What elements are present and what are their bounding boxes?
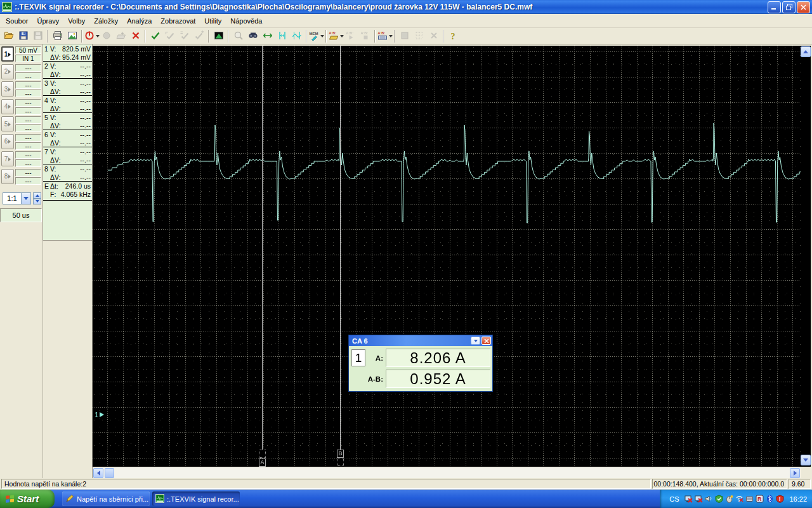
- language-indicator[interactable]: CS: [666, 494, 682, 504]
- waveform-canvas[interactable]: [93, 46, 801, 467]
- measure-window-close-button[interactable]: [481, 337, 491, 345]
- network-offline-1-icon[interactable]: [684, 495, 693, 504]
- help-button[interactable]: ?: [446, 29, 461, 43]
- memory-edit-button[interactable]: MEM: [309, 29, 324, 43]
- zoom-ratio-dropdown[interactable]: [22, 192, 31, 204]
- channel-2-range[interactable]: ---: [15, 64, 41, 72]
- channel-1-range[interactable]: 50 mV: [15, 46, 41, 54]
- menu-utility[interactable]: Utility: [200, 15, 226, 27]
- scroll-up-button[interactable]: [801, 46, 811, 57]
- cursor-a-label[interactable]: A: [259, 458, 266, 467]
- channel-7-range[interactable]: ---: [15, 151, 41, 159]
- channel-4-button[interactable]: 4: [1, 99, 14, 114]
- menu-analyza[interactable]: Analýza: [122, 15, 156, 27]
- ab-keyboard-button[interactable]: A:B:: [377, 29, 392, 43]
- cursor-a-line[interactable]: [262, 46, 263, 450]
- accept-button[interactable]: [148, 29, 162, 43]
- channel-6-input[interactable]: ---: [15, 142, 41, 150]
- delete-record-button[interactable]: [128, 29, 143, 43]
- channel-8-range[interactable]: ---: [15, 169, 41, 177]
- antivirus-icon[interactable]: [714, 495, 723, 504]
- stop-measurement-button[interactable]: [84, 29, 99, 43]
- zoom-ratio-value[interactable]: 1:1: [3, 192, 22, 204]
- menu-soubor[interactable]: Soubor: [1, 15, 32, 27]
- dv-value: --.--: [61, 105, 91, 113]
- menu-zalozky[interactable]: Záložky: [89, 15, 122, 27]
- ab-open-button[interactable]: A:B:: [329, 29, 343, 43]
- channel-3-input[interactable]: ---: [15, 90, 41, 97]
- network-offline-2-icon[interactable]: [694, 495, 703, 504]
- export-graph-button[interactable]: [65, 29, 79, 43]
- channel-6-range[interactable]: ---: [15, 134, 41, 142]
- volume-icon[interactable]: [704, 495, 713, 504]
- save-file-button[interactable]: [16, 29, 30, 43]
- channel-2-button[interactable]: 2: [1, 64, 14, 79]
- channel-1-button[interactable]: 1: [1, 46, 14, 62]
- marker-arrow-icon: [100, 412, 104, 417]
- channel-4-input[interactable]: ---: [15, 107, 41, 115]
- vertical-scrollbar[interactable]: [801, 46, 811, 467]
- channel-8-input[interactable]: ---: [15, 177, 41, 185]
- app-icon: [155, 494, 164, 504]
- open-file-button[interactable]: [1, 29, 16, 43]
- security-alert-icon[interactable]: !: [775, 495, 784, 504]
- status-time: Čas celkem: 00:00:00:148.400, Aktuální č…: [652, 479, 787, 489]
- title-bar[interactable]: :.TEXVIK signal recorder - C:\Documents …: [0, 0, 812, 14]
- menu-upravy[interactable]: Úpravy: [32, 15, 63, 27]
- menu-volby[interactable]: Volby: [63, 15, 89, 27]
- close-button[interactable]: [797, 1, 810, 13]
- channel-4-range[interactable]: ---: [15, 99, 41, 107]
- ab-keyboard-icon: A:B:: [377, 30, 388, 42]
- audio-manager-icon[interactable]: R: [755, 495, 764, 504]
- cursor-b[interactable]: B: [337, 46, 344, 467]
- fit-screen-button[interactable]: [260, 29, 275, 43]
- channel-5-input[interactable]: ---: [15, 124, 41, 132]
- cursor-b-label[interactable]: B: [337, 450, 344, 458]
- menu-zobrazovat[interactable]: Zobrazovat: [156, 15, 200, 27]
- start-button[interactable]: Start: [0, 490, 55, 508]
- cursor-a[interactable]: A: [259, 46, 266, 467]
- channel-1-zero-marker[interactable]: 1: [95, 411, 104, 418]
- channel-7-button[interactable]: 7: [1, 151, 14, 166]
- channel-2-input[interactable]: ---: [15, 72, 41, 80]
- invert-display-button[interactable]: [211, 29, 226, 43]
- channel-3-range[interactable]: ---: [15, 81, 41, 89]
- menu-napoveda[interactable]: Nápověda: [226, 15, 266, 27]
- wireless-offline-icon[interactable]: [735, 495, 743, 504]
- channel-5-button[interactable]: 5: [1, 116, 14, 131]
- dv-value: --.--: [61, 88, 91, 96]
- spinner-up-button[interactable]: [33, 192, 41, 199]
- channel-6-button[interactable]: 6: [1, 134, 14, 149]
- channel-1-input[interactable]: IN 1: [15, 55, 41, 62]
- channel-7-input[interactable]: ---: [15, 159, 41, 167]
- scroll-left-button[interactable]: [93, 468, 103, 478]
- current-measure-window[interactable]: CA 6 1A:8.206 AA-B:0.952 A: [348, 335, 493, 392]
- horizontal-scrollbar[interactable]: [93, 467, 801, 478]
- level-cursors-button[interactable]: [289, 29, 304, 43]
- task-napeti-na-sbernici-pri-[interactable]: Napětí na sběrnici při...: [62, 491, 150, 506]
- channel-3-button[interactable]: 3: [1, 81, 14, 97]
- restore-button[interactable]: [782, 1, 796, 13]
- bluetooth-icon[interactable]: [765, 495, 774, 504]
- task--texvik-signal-recor-[interactable]: :.TEXVIK signal recor...: [152, 491, 240, 506]
- channel-3-measure: 3V:--.--ΔV:--.--: [43, 79, 92, 96]
- measure-window-dropdown-button[interactable]: [471, 337, 480, 345]
- scrollbar-thumb[interactable]: [105, 468, 114, 478]
- time-cursors-button[interactable]: [275, 29, 289, 43]
- channel-panel: 150 mVIN 12------3------4------5------6-…: [0, 44, 93, 478]
- channel-5-range[interactable]: ---: [15, 116, 41, 124]
- touchpad-icon[interactable]: [745, 495, 754, 504]
- cursor-b-line[interactable]: [340, 46, 341, 450]
- arrow-left-icon: [97, 471, 100, 476]
- mouse-settings-icon[interactable]: [724, 495, 733, 504]
- scroll-right-button[interactable]: [790, 468, 800, 478]
- print-button[interactable]: [50, 29, 65, 43]
- scope-display[interactable]: AB 1 CA 6 1A:8.206 AA-B:0.952 A: [93, 46, 801, 467]
- scroll-down-button[interactable]: [801, 455, 811, 465]
- spinner-down-button[interactable]: [33, 199, 41, 205]
- search-signal-button[interactable]: [246, 29, 260, 43]
- channel-8-button[interactable]: 8: [1, 169, 14, 184]
- minimize-button[interactable]: [768, 1, 781, 13]
- timebase-field[interactable]: 50 us: [0, 208, 42, 222]
- measure-window-titlebar[interactable]: CA 6: [349, 335, 492, 346]
